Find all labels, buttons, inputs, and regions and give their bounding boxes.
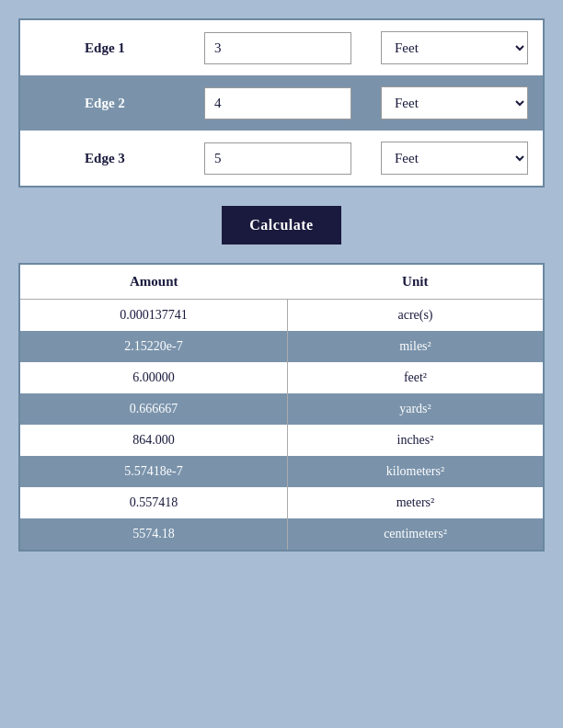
result-amount: 5574.18: [19, 518, 287, 551]
unit-select-2[interactable]: FeetInchesYardsMilesMetersCentimetersKil…: [381, 86, 528, 119]
edge-label-3: Edge 3: [19, 131, 190, 187]
result-amount: 5.57418e-7: [19, 456, 287, 487]
result-row: 5.57418e-7kilometers²: [19, 456, 544, 487]
unit-select-3[interactable]: FeetInchesYardsMilesMetersCentimetersKil…: [381, 142, 528, 175]
result-amount: 0.666667: [19, 393, 287, 425]
result-unit: inches²: [287, 425, 544, 456]
edge-value-input-2[interactable]: [204, 87, 351, 119]
page-container: Edge 1FeetInchesYardsMilesMetersCentimet…: [18, 18, 545, 710]
result-unit: centimeters²: [287, 518, 544, 551]
unit-select-1[interactable]: FeetInchesYardsMilesMetersCentimetersKil…: [381, 31, 528, 64]
edge-value-input-1[interactable]: [204, 32, 351, 64]
result-row: 864.000inches²: [19, 425, 544, 456]
result-amount: 0.557418: [19, 487, 287, 518]
result-amount: 6.00000: [19, 362, 287, 393]
calculate-button[interactable]: Calculate: [222, 206, 340, 245]
unit-header: Unit: [287, 264, 544, 300]
result-row: 0.000137741acre(s): [19, 300, 544, 332]
result-unit: kilometers²: [287, 456, 544, 487]
result-unit: feet²: [287, 362, 544, 393]
edge-label-2: Edge 2: [19, 75, 190, 131]
result-unit: yards²: [287, 393, 544, 425]
result-unit: miles²: [287, 331, 544, 362]
result-amount: 864.000: [19, 425, 287, 456]
result-unit: acre(s): [287, 300, 544, 332]
input-table: Edge 1FeetInchesYardsMilesMetersCentimet…: [18, 18, 545, 188]
result-row: 6.00000feet²: [19, 362, 544, 393]
result-amount: 2.15220e-7: [19, 331, 287, 362]
edge-label-1: Edge 1: [19, 19, 190, 75]
results-table: Amount Unit 0.000137741acre(s)2.15220e-7…: [18, 263, 545, 552]
result-amount: 0.000137741: [19, 300, 287, 332]
result-row: 5574.18centimeters²: [19, 518, 544, 551]
edge-value-input-3[interactable]: [204, 142, 351, 175]
result-row: 0.666667yards²: [19, 393, 544, 425]
amount-header: Amount: [19, 264, 287, 300]
result-row: 0.557418meters²: [19, 487, 544, 518]
result-unit: meters²: [287, 487, 544, 518]
result-row: 2.15220e-7miles²: [19, 331, 544, 362]
